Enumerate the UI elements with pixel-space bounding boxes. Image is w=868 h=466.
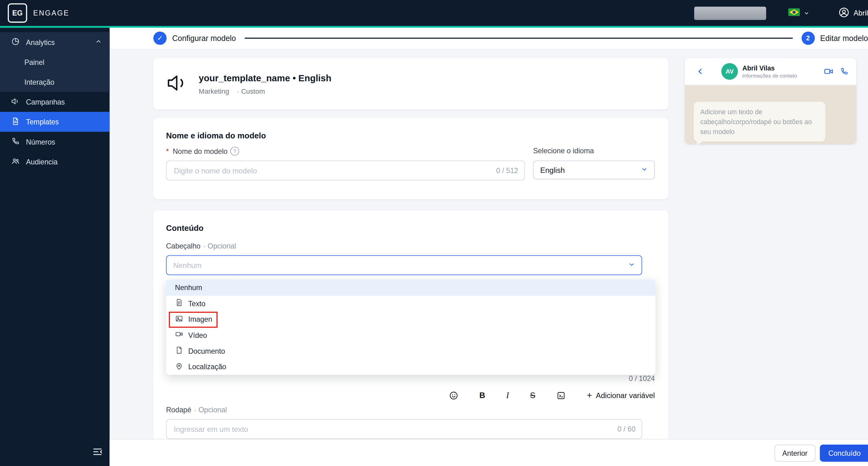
sidebar-item-label: Interação [25, 78, 55, 86]
sidebar-item-label: Campanhas [26, 98, 65, 106]
sidebar-item-label: Painel [25, 58, 44, 66]
bold-button[interactable]: B [479, 391, 485, 400]
template-name-field-wrap: 0 / 512 [166, 160, 525, 180]
sidebar-item-audiencia[interactable]: Audiencia [0, 152, 110, 172]
content-card-title: Conteúdo [166, 224, 204, 233]
name-language-card: Nome e idioma do modelo * Nome do modelo… [153, 118, 668, 199]
user-icon [838, 6, 850, 20]
template-header-card: your_template_name • English Marketing ·… [153, 58, 668, 110]
step-2-circle[interactable]: 2 [801, 32, 815, 45]
template-category: Marketing [199, 87, 229, 95]
preview-call-actions [824, 66, 848, 76]
sidebar-item-interacao[interactable]: Interação [0, 72, 110, 92]
user-menu[interactable]: Abril [838, 6, 868, 20]
dropdown-option-imagen[interactable]: Imagen [166, 311, 655, 327]
brazil-flag-icon [788, 8, 800, 18]
video-call-icon[interactable] [824, 66, 834, 76]
document-icon [175, 346, 183, 356]
template-subtitle: Marketing · Custom [199, 87, 332, 95]
template-name-input[interactable] [166, 160, 525, 180]
template-name-label: * Nome do modelo ? [166, 147, 239, 156]
megaphone-icon [11, 96, 20, 107]
sidebar: Analytics Painel Interação Campanhas [0, 28, 110, 466]
preview-placeholder-bubble: Adicione um texto de cabeçalho/corpo/rod… [694, 102, 826, 142]
language-select[interactable]: English [533, 160, 655, 179]
emoji-icon[interactable] [449, 391, 458, 400]
accent-divider [0, 26, 868, 28]
chevron-up-icon [95, 38, 102, 46]
step-1-circle[interactable]: ✓ [153, 32, 166, 45]
user-name: Abril [854, 9, 868, 18]
required-mark: * [166, 147, 169, 155]
template-title: your_template_name • English [199, 73, 332, 84]
analytics-group: Analytics Painel Interação [0, 32, 110, 92]
body-char-counter: 0 / 1024 [629, 374, 655, 382]
check-icon: ✓ [157, 34, 163, 42]
location-icon [175, 362, 183, 372]
phone-icon [11, 136, 20, 147]
template-type: · Custom [237, 87, 265, 95]
video-icon [175, 330, 183, 340]
sidebar-item-templates[interactable]: Templates [0, 112, 110, 131]
add-variable-button[interactable]: + Adicionar variável [587, 391, 655, 400]
contact-subtitle: informações de contato [742, 72, 797, 79]
sidebar-item-numeros[interactable]: Números [0, 132, 110, 152]
plus-icon: + [587, 391, 592, 400]
previous-button[interactable]: Anterior [774, 444, 815, 462]
step-1-label[interactable]: Configurar modelo [172, 34, 236, 43]
topbar-right: Abril [694, 6, 868, 20]
wizard-footer: Anterior Concluído [110, 439, 868, 466]
dropdown-option-nenhum[interactable]: Nenhum [166, 280, 655, 296]
sidebar-item-analytics[interactable]: Analytics [0, 32, 110, 52]
formatting-toolbar: B I S + Adicionar variável [166, 388, 655, 402]
name-card-title: Nome e idioma do modelo [166, 131, 266, 140]
language-label: Selecione o idioma [533, 147, 594, 155]
image-icon [175, 314, 183, 324]
phone-call-icon[interactable] [840, 67, 849, 76]
header-field-label: Cabeçalho · Opcional [166, 242, 236, 250]
dropdown-option-documento[interactable]: Documento [166, 343, 655, 359]
template-title-block: your_template_name • English Marketing ·… [199, 73, 332, 95]
announcement-icon [166, 71, 189, 96]
text-file-icon [175, 299, 183, 308]
redacted-account-info [694, 6, 766, 20]
stepper-connector [245, 37, 793, 39]
dropdown-option-localizacao[interactable]: Localização [166, 359, 655, 375]
sidebar-item-campanhas[interactable]: Campanhas [0, 92, 110, 112]
strikethrough-button[interactable]: S [530, 391, 535, 400]
stepper: ✓ Configurar modelo 2 Editar modelo [110, 28, 868, 49]
dropdown-option-texto[interactable]: Texto [166, 296, 655, 311]
language-flag-selector[interactable] [788, 8, 809, 18]
sidebar-collapse-button[interactable] [92, 446, 103, 460]
app-window: EG ENGAGE Abril [0, 0, 868, 466]
footer-field-label: Rodapé · Opcional [166, 406, 227, 414]
code-icon[interactable] [557, 391, 566, 400]
chevron-down-icon [641, 166, 647, 174]
sidebar-item-label: Analytics [26, 38, 55, 46]
topbar: EG ENGAGE Abril [0, 0, 868, 26]
dropdown-option-video[interactable]: Vídeo [166, 327, 655, 343]
footer-text-field-wrap: 0 / 60 [166, 419, 642, 439]
back-chevron-icon[interactable] [696, 67, 705, 76]
contact-name: Abril Vilas [742, 64, 797, 72]
step-2-label[interactable]: Editar modelo [820, 34, 868, 43]
sidebar-item-label: Números [26, 137, 55, 146]
header-type-select[interactable]: Nenhum [166, 255, 642, 275]
italic-button[interactable]: I [506, 391, 509, 400]
brand-name: ENGAGE [33, 9, 69, 18]
sidebar-item-label: Templates [26, 118, 59, 126]
people-icon [11, 156, 20, 167]
info-icon[interactable]: ? [230, 147, 239, 156]
app-logo-text: EG [12, 9, 23, 18]
done-button[interactable]: Concluído [820, 444, 868, 462]
language-value: English [540, 166, 565, 174]
contact-avatar: AV [721, 63, 738, 80]
contact-info: Abril Vilas informações de contato [742, 64, 797, 79]
footer-text-input[interactable] [166, 419, 642, 439]
step-2-number: 2 [806, 34, 810, 42]
analytics-icon [11, 37, 20, 48]
sidebar-item-painel[interactable]: Painel [0, 52, 110, 72]
header-type-dropdown: Nenhum Texto Imagen Vídeo Documento [166, 280, 655, 375]
app-logo: EG [8, 3, 27, 23]
whatsapp-wallpaper: Adicione um texto de cabeçalho/corpo/rod… [685, 85, 856, 144]
